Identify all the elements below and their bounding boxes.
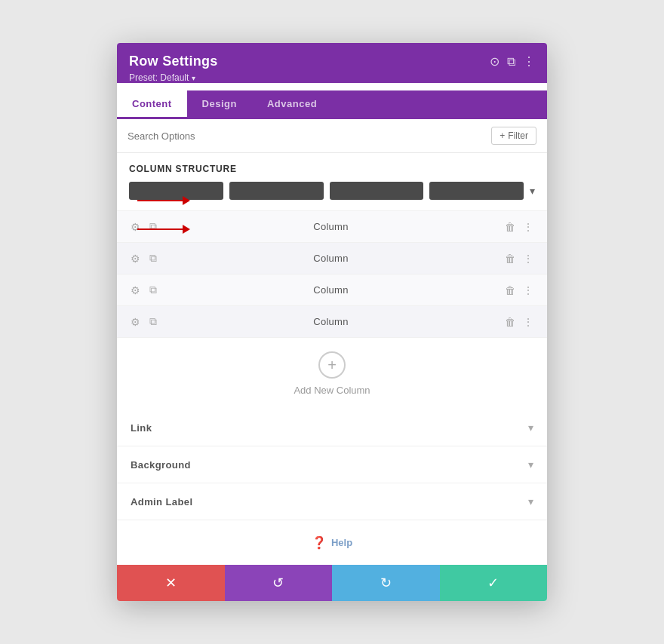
column-3-label: Column — [158, 284, 503, 296]
row-2-actions: 🗑 ⋮ — [503, 251, 535, 266]
undo-icon: ↺ — [272, 575, 284, 591]
settings-row-icon[interactable]: ⚙ — [129, 251, 142, 266]
admin-label-label: Admin Label — [131, 496, 192, 508]
filter-icon: + — [500, 130, 505, 141]
tab-advanced[interactable]: Advanced — [252, 90, 332, 119]
cancel-icon: ✕ — [165, 575, 177, 591]
settings-row-icon[interactable]: ⚙ — [129, 314, 142, 330]
more-row-icon[interactable]: ⋮ — [521, 314, 535, 330]
redo-icon: ↻ — [380, 575, 392, 591]
background-section[interactable]: Background ▾ — [117, 446, 547, 483]
redo-button[interactable]: ↻ — [332, 565, 440, 601]
chevron-down-icon: ▾ — [528, 495, 533, 508]
col-option-2[interactable] — [229, 182, 324, 200]
modal-title-row: Row Settings ⊙ ⧉ ⋮ — [129, 54, 535, 69]
link-section[interactable]: Link ▾ — [117, 409, 547, 446]
plus-icon: + — [327, 357, 337, 374]
col-option-1[interactable] — [129, 182, 223, 200]
settings-icon[interactable]: ⊙ — [490, 54, 500, 69]
table-row: ⚙ ⧉ Column 🗑 ⋮ — [117, 243, 547, 274]
copy-row-icon[interactable]: ⧉ — [148, 219, 158, 235]
modal-footer: ✕ ↺ ↻ ✓ — [117, 565, 547, 601]
modal-title: Row Settings — [129, 54, 218, 69]
row-1-actions: 🗑 ⋮ — [503, 219, 535, 235]
add-column-section: + Add New Column — [117, 338, 547, 409]
settings-row-icon[interactable]: ⚙ — [129, 219, 142, 235]
delete-row-icon[interactable]: 🗑 — [503, 219, 517, 235]
chevron-down-icon: ▾ — [528, 422, 533, 434]
column-1-label: Column — [158, 221, 503, 232]
column-4-label: Column — [158, 316, 503, 327]
header-icons: ⊙ ⧉ ⋮ — [490, 54, 535, 69]
copy-row-icon[interactable]: ⧉ — [148, 250, 158, 266]
add-column-button[interactable]: + — [318, 351, 346, 379]
row-3-actions: 🗑 ⋮ — [503, 283, 535, 298]
col-select-arrow-icon[interactable]: ▾ — [530, 185, 535, 197]
table-row: ⚙ ⧉ Column 🗑 ⋮ — [117, 211, 547, 243]
row-3-icons: ⚙ ⧉ — [129, 282, 158, 298]
col-option-3[interactable] — [330, 182, 424, 200]
row-4-actions: 🗑 ⋮ — [503, 314, 535, 330]
background-label: Background — [131, 459, 191, 471]
copy-row-icon[interactable]: ⧉ — [148, 282, 158, 298]
row-4-icons: ⚙ ⧉ — [129, 314, 158, 330]
preset-label: Preset: Default — [129, 72, 189, 83]
settings-row-icon[interactable]: ⚙ — [129, 283, 142, 298]
modal-preset[interactable]: Preset: Default ▾ — [129, 72, 535, 83]
column-structure-title: Column Structure — [129, 164, 535, 174]
help-section: ❓ Help — [117, 520, 547, 565]
search-input[interactable] — [128, 130, 491, 142]
delete-row-icon[interactable]: 🗑 — [503, 283, 517, 298]
tab-content[interactable]: Content — [117, 90, 187, 119]
add-column-label: Add New Column — [294, 385, 370, 396]
table-row: ⚙ ⧉ Column 🗑 ⋮ — [117, 306, 547, 338]
admin-label-section[interactable]: Admin Label ▾ — [117, 483, 547, 520]
column-structure-section: Column Structure ▾ — [117, 153, 547, 211]
more-row-icon[interactable]: ⋮ — [521, 283, 535, 298]
save-button[interactable]: ✓ — [440, 565, 548, 601]
modal-tabs: Content Design Advanced — [117, 90, 547, 119]
modal-body: + Filter Column Structure ▾ — [117, 119, 547, 565]
delete-row-icon[interactable]: 🗑 — [503, 251, 517, 266]
more-row-icon[interactable]: ⋮ — [521, 251, 535, 266]
help-icon: ❓ — [312, 535, 327, 550]
filter-label: Filter — [508, 130, 528, 141]
more-row-icon[interactable]: ⋮ — [521, 219, 535, 235]
cancel-button[interactable]: ✕ — [117, 565, 225, 601]
copy-row-icon[interactable]: ⧉ — [148, 314, 158, 330]
tab-design[interactable]: Design — [187, 90, 252, 119]
col-option-4[interactable] — [429, 182, 524, 200]
page-wrapper: Row Settings ⊙ ⧉ ⋮ Preset: Default ▾ Con… — [0, 0, 664, 644]
save-icon: ✓ — [487, 575, 499, 591]
link-label: Link — [131, 422, 152, 434]
columns-list: ⚙ ⧉ Column 🗑 ⋮ ⚙ ⧉ Column — [117, 211, 547, 338]
modal: Row Settings ⊙ ⧉ ⋮ Preset: Default ▾ Con… — [117, 43, 547, 601]
delete-row-icon[interactable]: 🗑 — [503, 314, 517, 330]
row-1-icons: ⚙ ⧉ — [129, 219, 158, 235]
row-2-icons: ⚙ ⧉ — [129, 250, 158, 266]
preset-arrow-icon: ▾ — [192, 74, 195, 82]
chevron-down-icon: ▾ — [528, 458, 533, 471]
help-label[interactable]: Help — [331, 537, 352, 548]
layout-icon[interactable]: ⧉ — [507, 55, 515, 69]
modal-header: Row Settings ⊙ ⧉ ⋮ Preset: Default ▾ — [117, 43, 547, 83]
undo-button[interactable]: ↺ — [225, 565, 333, 601]
search-bar: + Filter — [117, 119, 547, 153]
more-icon[interactable]: ⋮ — [523, 54, 535, 69]
column-2-label: Column — [158, 253, 503, 264]
table-row: ⚙ ⧉ Column 🗑 ⋮ — [117, 274, 547, 306]
column-structure-options: ▾ — [129, 182, 535, 200]
filter-button[interactable]: + Filter — [491, 127, 536, 145]
